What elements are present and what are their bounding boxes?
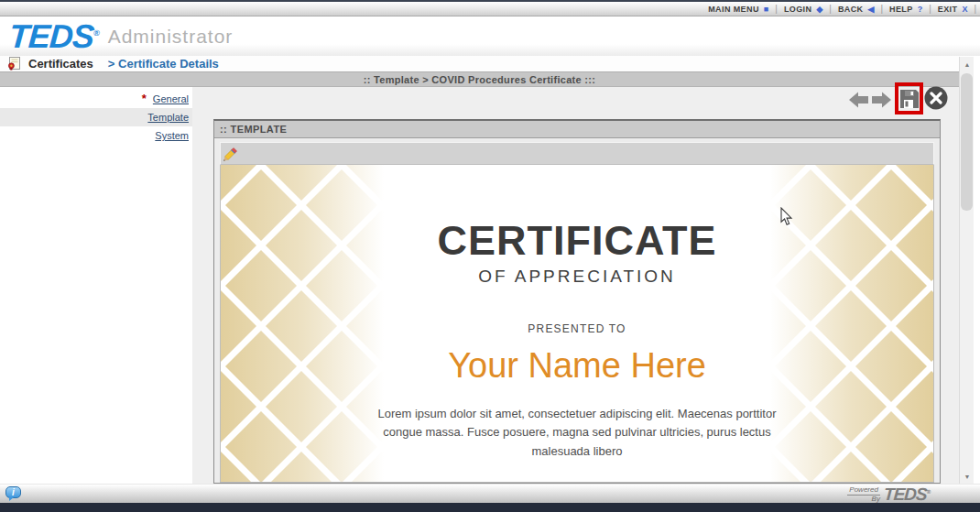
save-button-highlighted[interactable] — [895, 82, 923, 114]
content-header-title: :: Template > COVID Procedures Certifica… — [364, 74, 596, 85]
next-arrow-icon[interactable] — [871, 92, 891, 108]
help-question-icon: ? — [918, 5, 923, 14]
presented-to-label: PRESENTED TO — [528, 322, 626, 335]
teds-logo-text: TEDS — [8, 17, 95, 55]
menu-separator: | — [974, 4, 976, 14]
certificate-preview: CERTIFICATE OF APPRECIATION PRESENTED TO… — [220, 165, 934, 483]
close-icon[interactable] — [924, 86, 948, 110]
breadcrumb-current-page: > Certificate Details — [108, 57, 219, 71]
teds-logo: TEDS® — [8, 20, 100, 53]
bottom-navy-bar — [0, 503, 980, 512]
scroll-up-button[interactable]: ▲ — [960, 57, 975, 71]
previous-arrow-icon[interactable] — [849, 92, 869, 108]
exit-label: EXIT — [938, 5, 958, 14]
vertical-scrollbar[interactable]: ▲ ▼ — [959, 57, 974, 484]
sidebar-nav: * General Template System — [0, 87, 192, 484]
scroll-down-button[interactable]: ▼ — [960, 469, 975, 484]
back-label: BACK — [838, 5, 864, 14]
breadcrumb: Certificates > Certificate Details — [0, 56, 959, 71]
save-floppy-icon — [899, 89, 920, 109]
login-label: LOGIN — [784, 5, 812, 14]
back-arrow-icon: ◀ — [868, 5, 875, 14]
main-content: :: TEMPLATE — [192, 87, 959, 484]
footer-registered-mark: ® — [927, 489, 931, 495]
sidebar-item-general[interactable]: * General — [0, 90, 192, 108]
by-word: By — [847, 496, 880, 503]
main-menu-icon: ■ — [764, 5, 768, 14]
required-asterisk: * — [142, 94, 147, 103]
content-header: :: Template > COVID Procedures Certifica… — [0, 71, 959, 87]
menu-item-main-menu[interactable]: MAIN MENU ■ — [702, 5, 775, 14]
status-footer: i Powered By TEDS® — [0, 484, 980, 503]
exit-x-icon: X — [962, 5, 967, 14]
menu-item-help[interactable]: HELP ? — [883, 5, 929, 14]
sidebar-item-template[interactable]: Template — [0, 108, 192, 126]
registered-mark: ® — [93, 28, 99, 38]
footer-teds-text: TEDS — [883, 485, 927, 504]
app-name-label: Administrator — [108, 26, 234, 48]
template-panel-header: :: TEMPLATE — [214, 121, 940, 138]
certificate-title: CERTIFICATE — [437, 220, 716, 261]
login-icon: ◆ — [816, 5, 822, 14]
template-toolbar — [220, 142, 934, 165]
menu-item-exit[interactable]: EXIT X — [931, 5, 975, 14]
edit-pencil-icon[interactable] — [223, 146, 239, 161]
menu-item-back[interactable]: BACK ◀ — [832, 5, 881, 14]
powered-by-block: Powered By TEDS® — [847, 485, 930, 503]
certificate-body-text: Lorem ipsum dolor sit amet, consectetuer… — [374, 405, 781, 462]
teds-administrator-window: MAIN MENU ■ | LOGIN ◆ | BACK ◀ | HELP ? … — [0, 0, 980, 512]
certificate-subtitle: OF APPRECIATION — [478, 267, 676, 287]
help-label: HELP — [889, 5, 913, 14]
certificate-icon — [7, 57, 20, 71]
menu-item-login[interactable]: LOGIN ◆ — [778, 5, 829, 14]
template-panel: :: TEMPLATE — [213, 119, 941, 484]
top-menu-bar: MAIN MENU ■ | LOGIN ◆ | BACK ◀ | HELP ? … — [0, 0, 980, 16]
logo-bar: TEDS® Administrator — [0, 16, 980, 56]
breadcrumb-section: Certificates — [28, 57, 93, 71]
action-icon-row — [183, 87, 950, 120]
recipient-name-placeholder: Your Name Here — [448, 347, 706, 386]
certificate-content: CERTIFICATE OF APPRECIATION PRESENTED TO… — [221, 165, 933, 482]
template-panel-title: :: TEMPLATE — [220, 124, 287, 135]
main-menu-label: MAIN MENU — [708, 5, 759, 14]
footer-teds-logo: TEDS® — [883, 485, 930, 503]
info-bubble-icon[interactable]: i — [5, 486, 21, 498]
scrollbar-thumb[interactable] — [961, 73, 973, 211]
powered-word: Powered — [847, 486, 880, 496]
sidebar-link-system[interactable]: System — [155, 130, 189, 141]
powered-by-label: Powered By — [847, 486, 880, 503]
sidebar-item-system[interactable]: System — [0, 126, 192, 145]
